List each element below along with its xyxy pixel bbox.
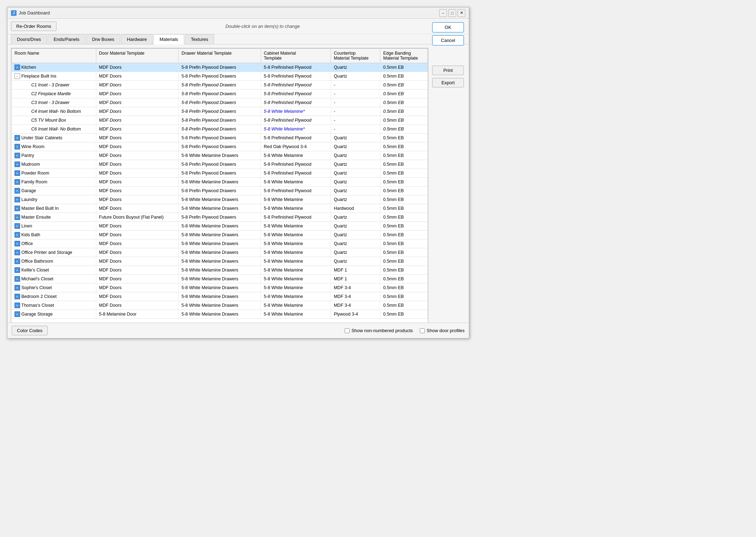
table-row[interactable]: +Master Bed Built InMDF Doors5-8 White M… — [12, 204, 428, 213]
table-row[interactable]: +OfficeMDF Doors5-8 White Melamine Drawe… — [12, 239, 428, 248]
door-material-cell: MDF Doors — [96, 107, 179, 116]
expand-empty-icon[interactable] — [24, 100, 30, 105]
table-row[interactable]: C1 Inset - 3 DrawerMDF Doors5-8 Prefin P… — [12, 81, 428, 90]
table-row[interactable]: +MudroomMDF Doors5-8 Prefin Plywood Draw… — [12, 160, 428, 169]
show-door-profiles-checkbox[interactable] — [420, 328, 425, 333]
reorder-rooms-button[interactable]: Re-Order Rooms — [11, 22, 56, 31]
door-material-cell: MDF Doors — [96, 134, 179, 142]
tab-textures[interactable]: Textures — [185, 34, 214, 44]
room-name-text: Sophie's Closet — [22, 285, 52, 290]
table-row[interactable]: +Master EnsuiteFuture Doors Buyout (Flat… — [12, 213, 428, 222]
tab-materials[interactable]: Materials — [153, 34, 184, 44]
table-row[interactable]: +Bedroom 2 ClosetMDF Doors5-8 White Mela… — [12, 292, 428, 301]
show-non-numbered-checkbox[interactable] — [345, 328, 350, 333]
expand-empty-icon[interactable] — [24, 126, 30, 132]
room-name-cell: +Office — [12, 239, 96, 248]
table-row[interactable]: +Powder RoomMDF Doors5-8 Prefin Plywood … — [12, 169, 428, 178]
edge-banding-cell: 0.5mm EB — [380, 107, 428, 116]
expand-plus-icon[interactable]: + — [14, 223, 20, 229]
drawer-material-cell: 5-8 Prefin Plywood Drawers — [179, 72, 261, 81]
expand-plus-icon[interactable]: + — [14, 267, 20, 273]
table-row[interactable]: +Garage Storage5-8 Melamine Door5-8 Whit… — [12, 310, 428, 319]
cabinet-material-cell: 5-8 White Melamine — [261, 301, 331, 310]
tab-doors[interactable]: Doors/Drws — [11, 34, 47, 44]
table-row[interactable]: C5 TV Mount BoxMDF Doors5-8 Prefin Plywo… — [12, 116, 428, 125]
hint-text: Double-click on an item(s) to change — [60, 24, 465, 29]
room-name-text: C5 TV Mount Box — [31, 118, 66, 123]
expand-plus-icon[interactable]: + — [14, 285, 20, 291]
table-row[interactable]: +LinenMDF Doors5-8 White Melamine Drawer… — [12, 222, 428, 231]
expand-plus-icon[interactable]: + — [14, 206, 20, 211]
cabinet-material-cell: 5-8 Prefinished Plywood — [261, 63, 331, 72]
expand-plus-icon[interactable]: + — [14, 153, 20, 158]
expand-plus-icon[interactable]: + — [14, 232, 20, 238]
room-name-text: Mudroom — [22, 162, 40, 167]
tab-ends[interactable]: Ends/Panels — [48, 34, 85, 44]
cabinet-material-cell: 5-8 Prefinished Plywood — [261, 160, 331, 169]
close-button[interactable]: ✕ — [458, 9, 465, 17]
table-row[interactable]: +GarageMDF Doors5-8 Prefin Plywood Drawe… — [12, 187, 428, 195]
expand-plus-icon[interactable]: + — [14, 276, 20, 282]
show-door-profiles-label[interactable]: Show door profiles — [420, 328, 465, 333]
tab-hardware[interactable]: Hardware — [121, 34, 153, 44]
table-row[interactable]: +Under Stair CabinetsMDF Doors5-8 Prefin… — [12, 134, 428, 142]
expand-plus-icon[interactable]: + — [14, 258, 20, 264]
table-row[interactable]: +Office BathroomMDF Doors5-8 White Melam… — [12, 257, 428, 266]
expand-empty-icon[interactable] — [24, 117, 30, 123]
table-row[interactable]: C6 Inset Wall- No BottomMDF Doors5-8 Pre… — [12, 125, 428, 134]
cancel-button[interactable]: Cancel — [432, 35, 464, 45]
table-row[interactable]: +PantryMDF Doors5-8 White Melamine Drawe… — [12, 151, 428, 160]
edge-banding-cell: 0.5mm EB — [380, 160, 428, 169]
table-row[interactable]: C2 Fireplace MantleMDF Doors5-8 Prefin P… — [12, 90, 428, 98]
materials-table: Room Name Door Material Template Drawer … — [11, 48, 428, 319]
edge-banding-cell: 0.5mm EB — [380, 301, 428, 310]
expand-plus-icon[interactable]: + — [14, 303, 20, 308]
drawer-material-cell: 5-8 Prefin Plywood Drawers — [179, 63, 261, 72]
countertop-material-cell: - — [331, 90, 380, 98]
expand-plus-icon[interactable]: + — [14, 311, 20, 317]
expand-plus-icon[interactable]: + — [14, 179, 20, 185]
room-name-cell: +Garage Storage — [12, 310, 96, 319]
table-row[interactable]: +Office Printer and StorageMDF Doors5-8 … — [12, 248, 428, 257]
cabinet-material-cell: 5-8 White Melamine — [261, 239, 331, 248]
expand-plus-icon[interactable]: + — [14, 161, 20, 167]
expand-minus-icon[interactable]: - — [14, 73, 20, 79]
color-codes-button[interactable]: Color Codes — [12, 326, 48, 335]
expand-plus-icon[interactable]: + — [14, 188, 20, 194]
drawer-material-cell: 5-8 Prefin Plywood Drawers — [179, 169, 261, 178]
table-row[interactable]: +LaundryMDF Doors5-8 White Melamine Draw… — [12, 195, 428, 204]
print-button[interactable]: Print — [432, 66, 464, 75]
expand-empty-icon[interactable] — [24, 82, 30, 88]
expand-plus-icon[interactable]: + — [14, 241, 20, 246]
expand-plus-icon[interactable]: + — [14, 214, 20, 220]
expand-plus-icon[interactable]: + — [14, 65, 20, 70]
table-row[interactable]: +Kids BathMDF Doors5-8 White Melamine Dr… — [12, 231, 428, 239]
show-non-numbered-label[interactable]: Show non-numbered products — [345, 328, 413, 333]
table-row[interactable]: C4 Inset Wall- No BottomMDF Doors5-8 Pre… — [12, 107, 428, 116]
expand-empty-icon[interactable] — [24, 91, 30, 97]
countertop-material-cell: MDF 3-4 — [331, 283, 380, 292]
table-row[interactable]: +Michael's ClosetMDF Doors5-8 White Mela… — [12, 275, 428, 283]
expand-plus-icon[interactable]: + — [14, 170, 20, 176]
tab-drw[interactable]: Drw Boxes — [86, 34, 120, 44]
maximize-button[interactable]: □ — [448, 9, 456, 17]
expand-empty-icon[interactable] — [24, 109, 30, 114]
table-row[interactable]: +Wine RoomMDF Doors5-8 Prefin Plywood Dr… — [12, 142, 428, 151]
table-row[interactable]: +Family RoomMDF Doors5-8 White Melamine … — [12, 178, 428, 187]
table-row[interactable]: +Kellie's ClosetMDF Doors5-8 White Melam… — [12, 266, 428, 275]
cabinet-material-cell: 5-8 White Melamine — [261, 248, 331, 257]
minimize-button[interactable]: − — [439, 9, 447, 17]
export-button[interactable]: Export — [432, 78, 464, 87]
expand-plus-icon[interactable]: + — [14, 144, 20, 149]
table-row[interactable]: -Fireplace Built InsMDF Doors5-8 Prefin … — [12, 72, 428, 81]
ok-button[interactable]: OK — [432, 22, 464, 32]
table-row[interactable]: C3 Inset - 3 DrawerMDF Doors5-8 Prefin P… — [12, 98, 428, 107]
expand-plus-icon[interactable]: + — [14, 250, 20, 255]
expand-plus-icon[interactable]: + — [14, 294, 20, 299]
table-row[interactable]: +Thomas's ClosetMDF Doors5-8 White Melam… — [12, 301, 428, 310]
expand-plus-icon[interactable]: + — [14, 197, 20, 202]
door-material-cell: MDF Doors — [96, 178, 179, 187]
table-row[interactable]: +KitchenMDF Doors5-8 Prefin Plywood Draw… — [12, 63, 428, 72]
table-row[interactable]: +Sophie's ClosetMDF Doors5-8 White Melam… — [12, 283, 428, 292]
expand-plus-icon[interactable]: + — [14, 135, 20, 141]
